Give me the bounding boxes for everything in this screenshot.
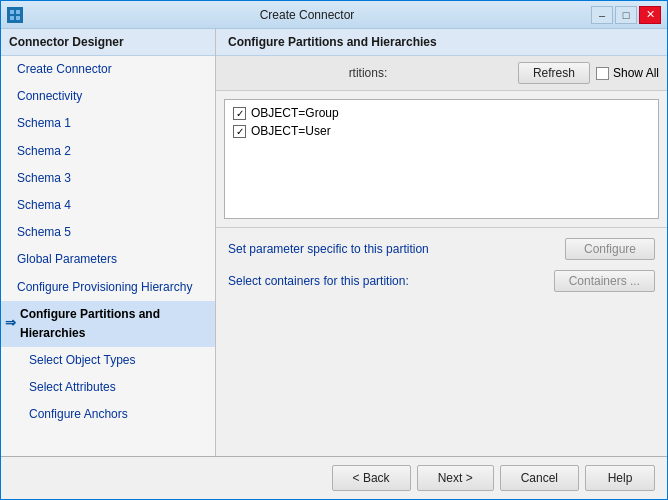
sidebar-item-schema1[interactable]: Schema 1: [1, 110, 215, 137]
show-all-checkbox[interactable]: [596, 67, 609, 80]
panel-header: Configure Partitions and Hierarchies: [216, 29, 667, 56]
partitions-label: rtitions:: [224, 66, 512, 80]
sidebar-item-create-connector[interactable]: Create Connector: [1, 56, 215, 83]
show-all-area: Show All: [596, 66, 659, 80]
window-controls: – □ ✕: [591, 6, 661, 24]
refresh-button[interactable]: Refresh: [518, 62, 590, 84]
config-row-parameter: Set parameter specific to this partition…: [228, 238, 655, 260]
partition-toolbar: rtitions: Refresh Show All: [216, 56, 667, 91]
partition-user-checkbox[interactable]: ✓: [233, 125, 246, 138]
sidebar-item-schema4[interactable]: Schema 4: [1, 192, 215, 219]
sidebar-item-connectivity[interactable]: Connectivity: [1, 83, 215, 110]
partitions-list: ✓ OBJECT=Group ✓ OBJECT=User: [224, 99, 659, 219]
active-arrow-icon: ⇒: [5, 313, 16, 334]
sidebar-header: Connector Designer: [1, 29, 215, 56]
sidebar-item-select-object-types[interactable]: Select Object Types: [1, 347, 215, 374]
title-bar: Create Connector – □ ✕: [1, 1, 667, 29]
help-button[interactable]: Help: [585, 465, 655, 491]
sidebar-item-schema3[interactable]: Schema 3: [1, 165, 215, 192]
sidebar-item-configure-provisioning[interactable]: Configure Provisioning Hierarchy: [1, 274, 215, 301]
sidebar-item-global-parameters[interactable]: Global Parameters: [1, 246, 215, 273]
containers-button[interactable]: Containers ...: [554, 270, 655, 292]
show-all-label: Show All: [613, 66, 659, 80]
partition-user-label: OBJECT=User: [251, 124, 331, 138]
sidebar-item-schema5[interactable]: Schema 5: [1, 219, 215, 246]
svg-rect-4: [16, 16, 20, 20]
close-button[interactable]: ✕: [639, 6, 661, 24]
cancel-button[interactable]: Cancel: [500, 465, 579, 491]
sidebar-item-schema2[interactable]: Schema 2: [1, 138, 215, 165]
app-icon: [7, 7, 23, 23]
maximize-button[interactable]: □: [615, 6, 637, 24]
right-panel: Configure Partitions and Hierarchies rti…: [216, 29, 667, 456]
sidebar-item-configure-partitions[interactable]: ⇒ Configure Partitions and Hierarchies: [1, 301, 215, 347]
svg-rect-2: [16, 10, 20, 14]
partition-item-group[interactable]: ✓ OBJECT=Group: [229, 104, 654, 122]
window-title: Create Connector: [23, 8, 591, 22]
config-row-containers: Select containers for this partition: Co…: [228, 270, 655, 292]
sidebar: Connector Designer Create Connector Conn…: [1, 29, 216, 456]
partition-item-user[interactable]: ✓ OBJECT=User: [229, 122, 654, 140]
sidebar-item-configure-anchors[interactable]: Configure Anchors: [1, 401, 215, 428]
footer: < Back Next > Cancel Help: [1, 456, 667, 499]
svg-rect-1: [10, 10, 14, 14]
partition-group-checkbox[interactable]: ✓: [233, 107, 246, 120]
config-containers-label: Select containers for this partition:: [228, 274, 409, 288]
svg-rect-3: [10, 16, 14, 20]
minimize-button[interactable]: –: [591, 6, 613, 24]
main-content: Connector Designer Create Connector Conn…: [1, 29, 667, 456]
next-button[interactable]: Next >: [417, 465, 494, 491]
back-button[interactable]: < Back: [332, 465, 411, 491]
sidebar-item-select-attributes[interactable]: Select Attributes: [1, 374, 215, 401]
config-parameter-label: Set parameter specific to this partition: [228, 242, 429, 256]
main-window: Create Connector – □ ✕ Connector Designe…: [0, 0, 668, 500]
config-section: Set parameter specific to this partition…: [216, 227, 667, 312]
configure-button[interactable]: Configure: [565, 238, 655, 260]
partition-group-label: OBJECT=Group: [251, 106, 339, 120]
